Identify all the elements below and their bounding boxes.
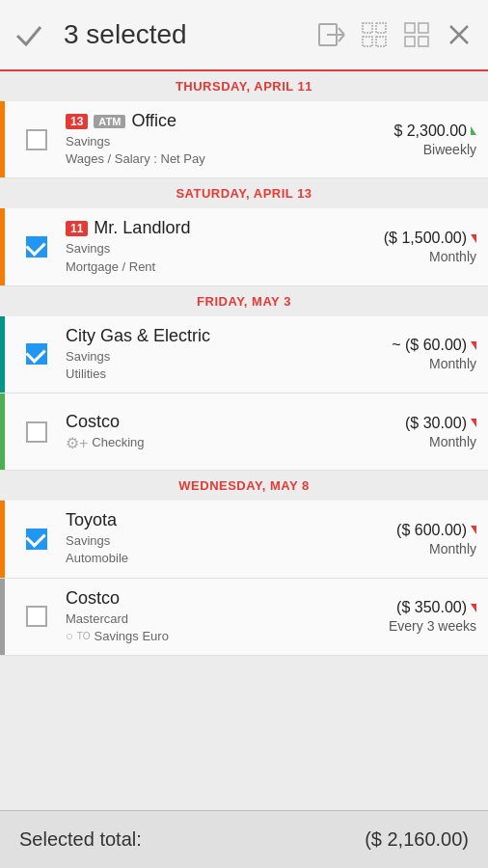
svg-rect-7 — [376, 37, 386, 46]
transaction-amount-area: ($ 350.00)Every 3 weeks — [370, 599, 476, 634]
transaction-sub2: Automobile — [66, 550, 370, 567]
checkbox[interactable] — [26, 529, 47, 550]
transaction-body: City Gas & ElectricSavingsUtilities — [62, 326, 370, 383]
date-header: FRIDAY, MAY 3 — [0, 286, 488, 316]
amount-text: ($ 30.00) — [405, 415, 467, 432]
transaction-sub1: Savings — [66, 133, 370, 150]
transaction-sub2: Utilities — [66, 366, 370, 383]
to-label: TO — [77, 631, 91, 641]
transaction-sub1: Savings — [66, 532, 370, 550]
badge-number: 13 — [66, 114, 88, 129]
date-header: THURSDAY, APRIL 11 — [0, 71, 488, 101]
transaction-row[interactable]: 11Mr. LandlordSavingsMortgage / Rent($ 1… — [0, 208, 488, 285]
transaction-amount-area: $ 2,300.00Biweekly — [370, 122, 476, 157]
transaction-row[interactable]: ToyotaSavingsAutomobile($ 600.00)Monthly — [0, 501, 488, 578]
transaction-name: City Gas & Electric — [66, 326, 210, 346]
checkbox[interactable] — [26, 129, 47, 150]
transaction-name: Costco — [66, 588, 120, 609]
red-triangle-icon — [471, 341, 476, 350]
checkbox[interactable] — [26, 236, 47, 258]
transaction-amount-area: ~ ($ 60.00)Monthly — [370, 337, 476, 371]
date-header: SATURDAY, APRIL 13 — [0, 178, 488, 208]
transaction-name-row: City Gas & Electric — [66, 326, 370, 346]
red-triangle-icon — [471, 604, 476, 612]
transaction-recurrence: Biweekly — [370, 142, 476, 157]
checkbox-area — [19, 236, 54, 258]
atm-badge: ATM — [94, 115, 125, 128]
left-bar — [0, 316, 5, 393]
close-button[interactable] — [442, 17, 476, 52]
checkbox-area — [19, 529, 54, 550]
left-bar — [0, 393, 5, 470]
confirm-button[interactable] — [12, 17, 46, 52]
transaction-sub2: Savings Euro — [95, 628, 169, 645]
transaction-name-row: Toyota — [66, 510, 370, 530]
checkbox[interactable] — [26, 421, 47, 443]
transaction-recurrence: Monthly — [370, 541, 476, 556]
transaction-row[interactable]: 13ATMOfficeSavingsWages / Salary : Net P… — [0, 101, 488, 178]
checkbox[interactable] — [26, 343, 47, 365]
selected-total-amount: ($ 2,160.00) — [365, 828, 469, 851]
selected-total-label: Selected total: — [19, 828, 142, 851]
transaction-body: ToyotaSavingsAutomobile — [62, 510, 370, 567]
transaction-body: Costco ⚙+ Checking — [62, 412, 370, 452]
checkbox-area — [19, 606, 54, 627]
transaction-row[interactable]: CostcoMastercard ○ TO Savings Euro ($ 35… — [0, 579, 488, 656]
checkbox[interactable] — [26, 606, 47, 627]
svg-rect-9 — [419, 23, 428, 33]
transaction-name-row: Costco — [66, 588, 370, 609]
green-triangle-icon — [471, 126, 476, 135]
transaction-name: Mr. Landlord — [94, 218, 190, 238]
bottom-bar: Selected total: ($ 2,160.00) — [0, 810, 488, 868]
transaction-row[interactable]: City Gas & ElectricSavingsUtilities~ ($ … — [0, 316, 488, 393]
transaction-amount-area: ($ 30.00)Monthly — [370, 415, 476, 449]
transaction-row[interactable]: Costco ⚙+ Checking ($ 30.00)Monthly — [0, 393, 488, 471]
top-bar: 3 selected — [0, 0, 488, 71]
left-bar — [0, 501, 5, 577]
transaction-amount-area: ($ 1,500.00)Monthly — [370, 230, 476, 264]
left-bar — [0, 579, 5, 655]
amount-text: ~ ($ 60.00) — [392, 337, 467, 354]
transaction-name-row: Costco — [66, 412, 370, 432]
transaction-sub2: Mortgage / Rent — [66, 258, 370, 276]
red-triangle-icon — [471, 234, 476, 243]
transaction-name: Toyota — [66, 510, 117, 530]
transaction-sub2: Wages / Salary : Net Pay — [66, 150, 370, 168]
amount-text: ($ 350.00) — [396, 599, 467, 616]
transactions-list: THURSDAY, APRIL 1113ATMOfficeSavingsWage… — [0, 71, 488, 810]
selection-count: 3 selected — [64, 19, 187, 50]
transaction-recurrence: Monthly — [370, 434, 476, 449]
transaction-amount: ($ 600.00) — [370, 522, 476, 539]
svg-line-2 — [339, 35, 344, 41]
import-icon[interactable] — [314, 17, 349, 52]
red-triangle-icon — [471, 419, 476, 427]
transaction-name-row: 13ATMOffice — [66, 111, 370, 131]
svg-rect-11 — [419, 37, 428, 46]
transaction-name-row: 11Mr. Landlord — [66, 218, 370, 238]
grid-icon[interactable] — [357, 17, 392, 52]
svg-rect-5 — [376, 23, 386, 33]
transaction-body: CostcoMastercard ○ TO Savings Euro — [62, 588, 370, 645]
transaction-amount: ($ 350.00) — [370, 599, 476, 616]
svg-rect-8 — [405, 23, 415, 33]
transaction-sub1: Mastercard — [66, 610, 370, 628]
grid-alt-icon[interactable] — [399, 17, 434, 52]
transaction-sub-row: ○ TO Savings Euro — [66, 628, 370, 645]
transaction-recurrence: Every 3 weeks — [370, 618, 476, 634]
checkbox-area — [19, 129, 54, 150]
transaction-sub: Checking — [92, 434, 144, 451]
transaction-recurrence: Monthly — [370, 356, 476, 371]
transaction-sub1: Savings — [66, 348, 370, 366]
transaction-amount: $ 2,300.00 — [370, 122, 476, 140]
date-header: WEDNESDAY, MAY 8 — [0, 471, 488, 501]
gear-icon: ⚙+ — [66, 434, 88, 452]
left-bar — [0, 208, 5, 285]
transaction-body: 11Mr. LandlordSavingsMortgage / Rent — [62, 218, 370, 275]
red-triangle-icon — [471, 526, 476, 534]
amount-text: ($ 600.00) — [396, 522, 467, 539]
svg-rect-6 — [363, 37, 372, 46]
amount-text: $ 2,300.00 — [393, 122, 467, 140]
checkbox-area — [19, 343, 54, 365]
svg-line-1 — [339, 28, 344, 35]
transaction-sub-row: ⚙+ Checking — [66, 434, 370, 452]
